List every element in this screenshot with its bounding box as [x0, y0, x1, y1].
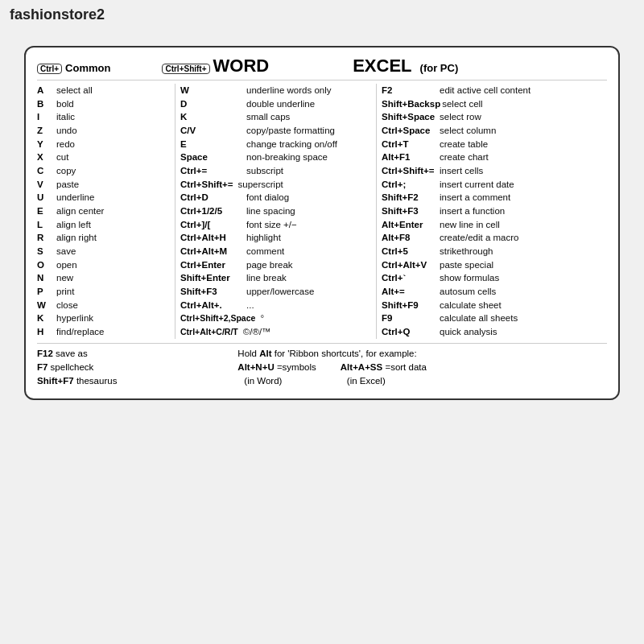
list-item: Echange tracking on/off — [180, 138, 371, 151]
list-item: Iitalic — [37, 110, 170, 124]
list-item: Aselect all — [37, 84, 170, 97]
list-item: Alt+=autosum cells — [382, 285, 607, 299]
list-item: Ctrl+Alt+Hhighlight — [180, 231, 371, 245]
list-item: Shift+F3insert a function — [382, 204, 607, 218]
list-item: Ctrl+Qquick analysis — [382, 325, 607, 339]
excel-subheader: (for PC) — [420, 62, 459, 74]
list-item: Shift+F3upper/lowercase — [180, 285, 371, 299]
word-column: Wunderline words only Ddouble underline … — [175, 84, 377, 339]
list-item: Ctrl+Dfont dialog — [180, 191, 371, 204]
list-item: Ctrl+]/[font size +/− — [180, 218, 371, 232]
list-item: Ctrl+Enterpage break — [180, 258, 371, 272]
footer-f12: F12 save as — [37, 347, 221, 361]
list-item: Ctrl+Spaceselect column — [382, 124, 607, 138]
list-item: Alt+F8create/edit a macro — [382, 231, 607, 245]
card-body: Aselect all Bbold Iitalic Zundo Yredo Xc… — [37, 84, 607, 339]
list-item: Wunderline words only — [180, 84, 371, 97]
list-item: C/Vcopy/paste formatting — [180, 124, 371, 138]
footer-excel-example: Alt+A+SS =sort data(in Excel) — [341, 361, 427, 389]
list-item: Ssave — [37, 245, 170, 258]
badge-ctrl: Ctrl+ — [37, 64, 62, 74]
common-header: Common — [65, 62, 110, 74]
list-item: Ctrl+Tcreate table — [382, 138, 607, 151]
excel-header: EXCEL — [353, 56, 411, 76]
list-item: Ctrl+5strikethrough — [382, 245, 607, 258]
footer-examples: Alt+N+U =symbols(in Word) Alt+A+SS =sort… — [237, 361, 607, 389]
list-item: Vpaste — [37, 178, 170, 192]
list-item: Zundo — [37, 124, 170, 138]
list-item: Uunderline — [37, 191, 170, 204]
word-header: WORD — [213, 56, 270, 76]
list-item: Wclose — [37, 299, 170, 312]
list-item: F2edit active cell content — [382, 84, 607, 97]
list-item: Yredo — [37, 138, 170, 151]
card-wrapper: Ctrl+ Common Ctrl+Shift+ WORD EXCEL (for… — [0, 30, 644, 416]
footer-f7: F7 spellcheck — [37, 361, 221, 374]
list-item: Shift+F9calculate sheet — [382, 299, 607, 312]
list-item: Spacenon-breaking space — [180, 151, 371, 164]
list-item: Ctrl+Alt+Mcomment — [180, 245, 371, 258]
list-item: Ctrl+1/2/5line spacing — [180, 204, 371, 218]
list-item: Ctrl+;insert current date — [382, 178, 607, 192]
list-item: Ctrl+Alt+C/R/T©/®/™ — [180, 325, 371, 339]
list-item: Ksmall caps — [180, 110, 371, 124]
list-item: Xcut — [37, 151, 170, 164]
footer-shiftf7: Shift+F7 thesaurus — [37, 374, 221, 388]
list-item: Hfind/replace — [37, 325, 170, 339]
list-item: Shift+Enterline break — [180, 271, 371, 285]
list-item: Ddouble underline — [180, 97, 371, 111]
common-column: Aselect all Bbold Iitalic Zundo Yredo Xc… — [37, 84, 175, 339]
list-item: Ctrl+Alt+.... — [180, 299, 371, 312]
list-item: Ctrl+Alt+Vpaste special — [382, 258, 607, 272]
list-item: Ctrl+`show formulas — [382, 271, 607, 285]
card-header: Ctrl+ Common Ctrl+Shift+ WORD EXCEL (for… — [37, 56, 607, 80]
list-item: Lalign left — [37, 218, 170, 232]
list-item: Oopen — [37, 258, 170, 272]
footer-ribbon-note: Hold Alt for 'Ribbon shortcuts', for exa… — [237, 347, 607, 361]
list-item: Shift+Backspselect cell — [382, 97, 607, 111]
list-item: Ealign center — [37, 204, 170, 218]
list-item: F9calculate all sheets — [382, 312, 607, 325]
list-item: Ctrl+Shift+=insert cells — [382, 164, 607, 178]
list-item: Shift+F2insert a comment — [382, 191, 607, 204]
footer-section: F12 save as F7 spellcheck Shift+F7 thesa… — [37, 343, 607, 389]
list-item: Ctrl+Shift+2,Space° — [180, 312, 371, 325]
list-item: Ctrl+Shift+=superscript — [180, 178, 371, 192]
list-item: Bbold — [37, 97, 170, 111]
excel-column: F2edit active cell content Shift+Backsps… — [377, 84, 607, 339]
list-item: Pprint — [37, 285, 170, 299]
list-item: Khyperlink — [37, 312, 170, 325]
footer-word-example: Alt+N+U =symbols(in Word) — [237, 361, 316, 389]
keyboard-card: Ctrl+ Common Ctrl+Shift+ WORD EXCEL (for… — [24, 46, 620, 400]
badge-ctrlshift: Ctrl+Shift+ — [162, 64, 209, 74]
list-item: Alt+Enternew line in cell — [382, 218, 607, 232]
footer-col-right: Hold Alt for 'Ribbon shortcuts', for exa… — [237, 347, 607, 389]
list-item: Alt+F1create chart — [382, 151, 607, 164]
list-item: Ralign right — [37, 231, 170, 245]
list-item: Shift+Spaceselect row — [382, 110, 607, 124]
list-item: Ctrl+=subscript — [180, 164, 371, 178]
list-item: Ccopy — [37, 164, 170, 178]
footer-col-left: F12 save as F7 spellcheck Shift+F7 thesa… — [37, 347, 221, 389]
site-title: fashionstore2 — [0, 0, 644, 30]
list-item: Nnew — [37, 271, 170, 285]
